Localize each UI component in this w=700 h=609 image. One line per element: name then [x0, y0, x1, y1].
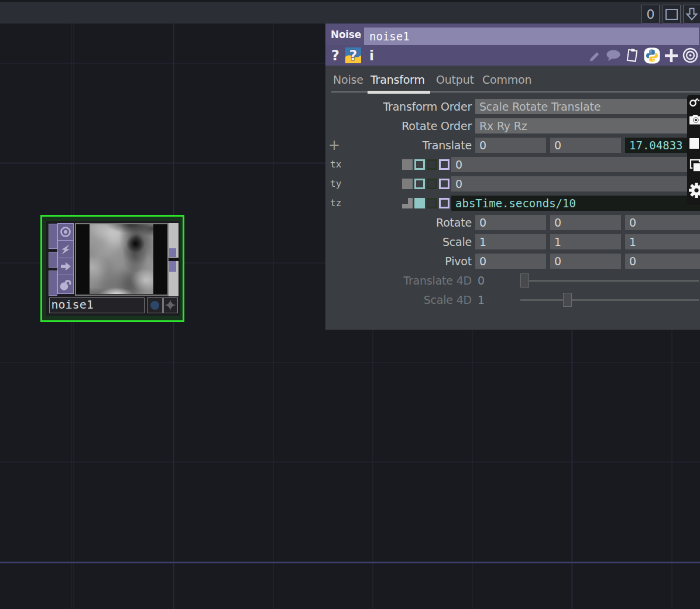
language-icon[interactable]: [689, 98, 700, 110]
rotate-z-field[interactable]: 0: [625, 215, 700, 230]
tab-noise[interactable]: Noise: [333, 73, 363, 91]
mode-bind-toggle[interactable]: [439, 159, 449, 170]
mode-expression-toggle[interactable]: [414, 179, 425, 189]
node-input-connector[interactable]: [49, 252, 57, 268]
node-output-connector[interactable]: [169, 248, 176, 258]
node-input-connector[interactable]: [49, 271, 57, 296]
viewer-flag-icon: [59, 225, 72, 238]
camera-icon[interactable]: [689, 112, 700, 129]
rotate-order-menu[interactable]: Rx Ry Rz: [475, 118, 700, 134]
maximize-icon: [665, 9, 678, 20]
param-label: Translate 4D: [325, 273, 472, 288]
mode-bind-toggle[interactable]: [439, 198, 449, 208]
mode-expression-toggle[interactable]: [414, 198, 425, 208]
scale-z-field[interactable]: 1: [625, 234, 700, 249]
clipboard-icon: [624, 47, 641, 64]
comment-bubble-icon: [605, 49, 622, 63]
dialog-icon-bar: ? ? i: [325, 45, 700, 66]
node-noise1[interactable]: noise1: [40, 215, 184, 322]
python-expressions-button[interactable]: [643, 45, 661, 66]
translate-y-field[interactable]: 0: [550, 138, 621, 153]
target-bullseye-icon: [682, 47, 698, 63]
copy-parameters-button[interactable]: [624, 45, 641, 66]
mode-constant-toggle[interactable]: [402, 159, 413, 170]
param-row-ty: ty 0: [325, 176, 700, 191]
render-flag[interactable]: [163, 297, 178, 313]
pick-target-button[interactable]: [682, 45, 698, 66]
tx-value-field[interactable]: 0: [451, 157, 700, 172]
top-toolbar: 0: [0, 0, 700, 23]
python-logo-icon: [644, 47, 660, 64]
tab-transform[interactable]: Transform: [370, 73, 425, 91]
rotate-x-field[interactable]: 0: [475, 215, 546, 230]
param-label: Scale: [325, 234, 472, 249]
scale-x-field[interactable]: 1: [475, 234, 546, 249]
edit-pencil-button[interactable]: [587, 45, 602, 66]
scale-4d-slider-handle[interactable]: [563, 293, 572, 307]
frame-count-button[interactable]: 0: [641, 5, 660, 23]
op-type-label: Noise: [331, 24, 361, 45]
transform-order-menu[interactable]: Scale Rotate Translate: [475, 99, 700, 114]
pivot-z-field[interactable]: 0: [625, 254, 700, 269]
maximize-button[interactable]: [663, 5, 681, 23]
help-button[interactable]: ?: [329, 45, 342, 66]
translate-4d-slider-track[interactable]: [520, 280, 699, 282]
node-output-strip: [169, 223, 179, 297]
component-label: tz: [330, 196, 341, 211]
python-help-button[interactable]: ?: [345, 45, 361, 66]
display-flag-dot: [150, 301, 159, 310]
tab-common[interactable]: Common: [482, 73, 531, 91]
mode-export-toggle[interactable]: [427, 198, 437, 208]
param-row-rotate-order: Rotate Order Rx Ry Rz: [325, 118, 700, 134]
node-input-connector[interactable]: [49, 224, 57, 249]
translate-4d-slider-handle[interactable]: [520, 273, 529, 288]
mode-bind-toggle[interactable]: [439, 179, 449, 189]
scale-y-field[interactable]: 1: [550, 234, 621, 249]
info-button[interactable]: i: [367, 45, 376, 66]
bypass-flag-icon: [59, 260, 72, 273]
help-icon: ?: [331, 47, 339, 64]
collapse-button[interactable]: [683, 5, 700, 23]
component-label: ty: [330, 176, 341, 191]
param-label: Scale 4D: [325, 292, 472, 307]
node-output-connector[interactable]: [169, 261, 176, 272]
rotate-y-field[interactable]: 0: [550, 215, 621, 230]
gear-icon[interactable]: [689, 181, 700, 202]
bypass-flag[interactable]: [57, 258, 74, 276]
clone-flag[interactable]: [57, 240, 74, 258]
lock-flag[interactable]: [57, 275, 74, 295]
layers-icon[interactable]: [689, 158, 700, 177]
mode-expression-toggle[interactable]: [414, 159, 425, 170]
node-name-box[interactable]: noise1: [49, 297, 145, 313]
viewer-flag[interactable]: [57, 223, 74, 241]
lock-flag-icon: [59, 278, 73, 292]
add-parameter-button[interactable]: [663, 45, 680, 66]
param-label: Transform Order: [325, 99, 472, 114]
info-icon: i: [369, 48, 374, 63]
param-row-tx: tx 0: [325, 157, 700, 172]
fill-square-icon[interactable]: [689, 138, 699, 152]
comment-button[interactable]: [605, 45, 622, 66]
param-label: Translate: [325, 138, 472, 153]
param-row-pivot: Pivot 0 0 0: [325, 254, 700, 269]
pivot-y-field[interactable]: 0: [550, 254, 621, 269]
scale-4d-slider-track[interactable]: [520, 299, 699, 302]
scale-4d-value: 1: [478, 292, 485, 307]
tz-expression-field[interactable]: absTime.seconds/10: [451, 196, 700, 211]
param-row-translate: + Translate 0 0 17.04833: [325, 138, 700, 153]
param-row-scale: Scale 1 1 1: [325, 234, 700, 249]
mode-export-toggle[interactable]: [427, 159, 437, 170]
param-row-rotate: Rotate 0 0 0: [325, 215, 700, 230]
display-flag[interactable]: [147, 297, 163, 313]
mode-export-toggle[interactable]: [427, 179, 437, 189]
node-viewer-preview[interactable]: [75, 223, 169, 296]
pivot-x-field[interactable]: 0: [475, 254, 546, 269]
op-name-field[interactable]: noise1: [364, 28, 699, 46]
mode-constant-toggle[interactable]: [402, 179, 413, 189]
tab-output[interactable]: Output: [436, 73, 474, 91]
ty-value-field[interactable]: 0: [451, 176, 700, 191]
mode-constant-toggle[interactable]: [402, 198, 413, 208]
dialog-title-bar[interactable]: Noise noise1: [325, 23, 700, 45]
node-flag-column: [57, 223, 74, 295]
translate-x-field[interactable]: 0: [475, 138, 546, 153]
